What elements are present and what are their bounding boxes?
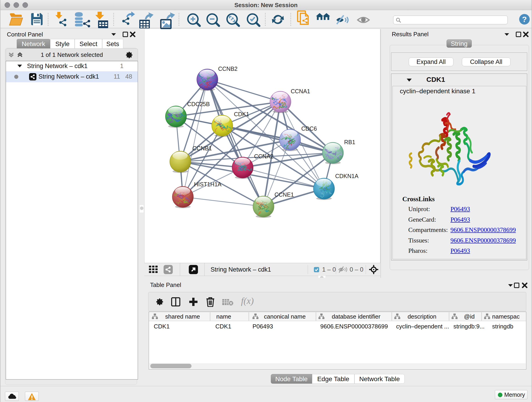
svg-text:RB1: RB1 [344, 139, 355, 145]
svg-text:HIST1H1A: HIST1H1A [194, 181, 222, 187]
svg-text:CDK1: CDK1 [234, 111, 249, 117]
svg-text:CDC6: CDC6 [301, 125, 317, 132]
svg-text:CDKN1A: CDKN1A [335, 173, 359, 179]
svg-text:CDC25B: CDC25B [187, 101, 210, 107]
svg-text:CCNB2: CCNB2 [218, 65, 238, 72]
svg-text:CCNA1: CCNA1 [291, 88, 310, 95]
svg-text:CCNE1: CCNE1 [274, 191, 294, 198]
svg-text:CCNB1: CCNB1 [192, 145, 212, 152]
svg-text:CCNA2: CCNA2 [254, 153, 273, 160]
